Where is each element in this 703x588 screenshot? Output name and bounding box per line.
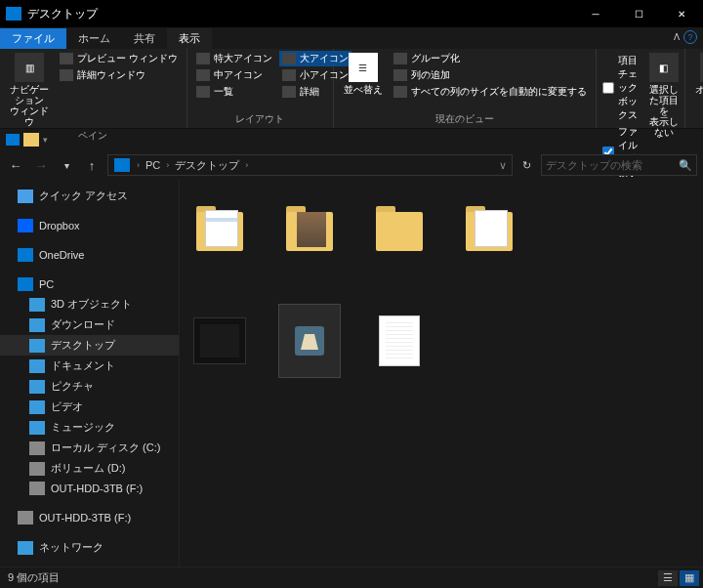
sort-button[interactable]: ☰ 並べ替え bbox=[340, 51, 387, 95]
sidebar-3d-objects[interactable]: 3D オブジェクト bbox=[0, 294, 179, 315]
tab-view[interactable]: 表示 bbox=[167, 28, 212, 49]
icon-xl bbox=[196, 53, 210, 64]
status-text: 9 個の項目 bbox=[8, 570, 60, 585]
search-icon: 🔍 bbox=[679, 159, 692, 172]
sidebar-dropbox[interactable]: Dropbox bbox=[0, 216, 179, 235]
layout-group-label: レイアウト bbox=[193, 110, 327, 128]
breadcrumb[interactable]: › PC › デスクトップ › ∨ bbox=[107, 154, 513, 176]
disk-icon bbox=[18, 511, 33, 525]
window-icon bbox=[6, 7, 21, 21]
icon-details bbox=[282, 86, 296, 98]
videos-icon bbox=[29, 400, 45, 414]
preview-pane-icon bbox=[60, 53, 73, 64]
folder-item-3[interactable] bbox=[369, 193, 430, 266]
layout-list[interactable]: 一覧 bbox=[193, 84, 275, 100]
network-icon bbox=[18, 541, 33, 555]
sidebar-quick-access[interactable]: クイック アクセス bbox=[0, 186, 179, 206]
hide-selected-button[interactable]: ◧ 選択した項目を 表示しない bbox=[649, 51, 679, 138]
star-icon bbox=[18, 189, 33, 203]
layout-xl[interactable]: 特大アイコン bbox=[193, 51, 275, 66]
icons-view-button[interactable]: ▦ bbox=[680, 570, 699, 586]
layout-m[interactable]: 中アイコン bbox=[193, 67, 275, 83]
search-input[interactable]: デスクトップの検索 🔍 bbox=[541, 154, 697, 176]
up-button[interactable]: ↑ bbox=[82, 158, 102, 173]
pc-icon bbox=[114, 158, 130, 172]
sidebar-ext-drive[interactable]: OUT-HDD-3TB (F:) bbox=[0, 508, 179, 527]
pictures-icon bbox=[29, 380, 45, 394]
tab-home[interactable]: ホーム bbox=[66, 28, 122, 49]
options-button[interactable]: ☑ オプション bbox=[691, 51, 703, 105]
details-pane-icon bbox=[60, 69, 73, 81]
details-pane-button[interactable]: 詳細ウィンドウ bbox=[57, 67, 181, 83]
sidebar-pictures[interactable]: ピクチャ bbox=[0, 376, 179, 397]
disk-icon bbox=[29, 441, 45, 455]
details-view-button[interactable]: ☰ bbox=[658, 570, 678, 586]
breadcrumb-dropdown-icon[interactable]: ∨ bbox=[496, 159, 510, 172]
group-icon bbox=[393, 53, 407, 64]
recent-locations-button[interactable]: ▾ bbox=[57, 160, 76, 171]
collapse-ribbon-icon[interactable]: ᐱ bbox=[674, 32, 680, 42]
recycle-bin-icon bbox=[290, 319, 329, 362]
nav-pane-icon: ▥ bbox=[15, 53, 44, 82]
sidebar-network[interactable]: ネットワーク bbox=[0, 537, 179, 558]
preview-pane-button[interactable]: プレビュー ウィンドウ bbox=[57, 51, 181, 66]
pc-icon bbox=[18, 277, 33, 291]
disk-icon bbox=[29, 462, 45, 476]
sort-icon: ☰ bbox=[349, 53, 378, 82]
add-column-button[interactable]: 列の追加 bbox=[391, 67, 590, 83]
text-file-item[interactable] bbox=[369, 305, 430, 377]
refresh-button[interactable]: ↻ bbox=[518, 159, 535, 172]
folder-item-2[interactable] bbox=[279, 193, 340, 266]
icon-m bbox=[196, 69, 210, 81]
help-icon[interactable]: ? bbox=[683, 30, 697, 44]
icon-l bbox=[282, 53, 296, 64]
hide-selected-icon: ◧ bbox=[649, 53, 679, 82]
close-button[interactable]: ✕ bbox=[660, 0, 703, 27]
onedrive-icon bbox=[18, 248, 33, 262]
sidebar-documents[interactable]: ドキュメント bbox=[0, 356, 179, 376]
explorer-icon bbox=[6, 134, 20, 146]
sidebar-videos[interactable]: ビデオ bbox=[0, 397, 179, 417]
group-by-button[interactable]: グループ化 bbox=[391, 51, 590, 66]
music-icon bbox=[29, 421, 45, 435]
autosize-button[interactable]: すべての列のサイズを自動的に変更する bbox=[391, 84, 590, 100]
folder-item-1[interactable] bbox=[189, 193, 250, 266]
sidebar-onedrive[interactable]: OneDrive bbox=[0, 245, 179, 265]
download-icon bbox=[29, 318, 45, 332]
maximize-button[interactable]: ☐ bbox=[617, 0, 660, 27]
disk-icon bbox=[29, 482, 45, 495]
back-button[interactable]: ← bbox=[6, 158, 25, 173]
qat-dropdown-icon[interactable]: ▾ bbox=[43, 135, 48, 145]
recycle-bin-item[interactable] bbox=[279, 305, 340, 377]
forward-button[interactable]: → bbox=[31, 158, 51, 173]
folder-item-4[interactable] bbox=[459, 193, 519, 266]
current-view-label: 現在のビュー bbox=[340, 110, 590, 128]
breadcrumb-desktop[interactable]: デスクトップ bbox=[172, 158, 242, 173]
minimize-button[interactable]: ─ bbox=[574, 0, 617, 27]
content-area[interactable] bbox=[180, 180, 703, 584]
tab-share[interactable]: 共有 bbox=[122, 28, 167, 49]
pc-shortcut-item[interactable] bbox=[189, 305, 250, 377]
sidebar-disk-d[interactable]: ボリューム (D:) bbox=[0, 458, 179, 479]
sidebar-downloads[interactable]: ダウンロード bbox=[0, 315, 179, 335]
sidebar-pc[interactable]: PC bbox=[0, 274, 179, 294]
item-checkboxes-toggle[interactable]: 項目チェック ボックス bbox=[602, 53, 645, 123]
icon-s bbox=[282, 69, 296, 81]
icon-list bbox=[196, 86, 210, 98]
ribbon: ▥ ナビゲーション ウィンドウ プレビュー ウィンドウ 詳細ウィンドウ ペイン … bbox=[0, 49, 703, 129]
autosize-icon bbox=[393, 86, 407, 98]
window-title: デスクトップ bbox=[27, 6, 574, 22]
sidebar-disk-f[interactable]: OUT-HDD-3TB (F:) bbox=[0, 479, 179, 498]
sidebar-disk-c[interactable]: ローカル ディスク (C:) bbox=[0, 438, 179, 458]
addcol-icon bbox=[393, 69, 407, 81]
desktop-icon bbox=[29, 339, 45, 353]
nav-pane-button[interactable]: ▥ ナビゲーション ウィンドウ bbox=[6, 51, 53, 127]
sidebar-desktop[interactable]: デスクトップ bbox=[0, 335, 179, 356]
dropbox-icon bbox=[18, 219, 33, 232]
tab-file[interactable]: ファイル bbox=[0, 28, 66, 49]
sidebar-music[interactable]: ミュージック bbox=[0, 417, 179, 438]
breadcrumb-pc[interactable]: PC bbox=[143, 159, 163, 171]
cube-icon bbox=[29, 298, 45, 312]
document-icon bbox=[29, 359, 45, 373]
qat-folder-icon[interactable] bbox=[23, 133, 39, 147]
